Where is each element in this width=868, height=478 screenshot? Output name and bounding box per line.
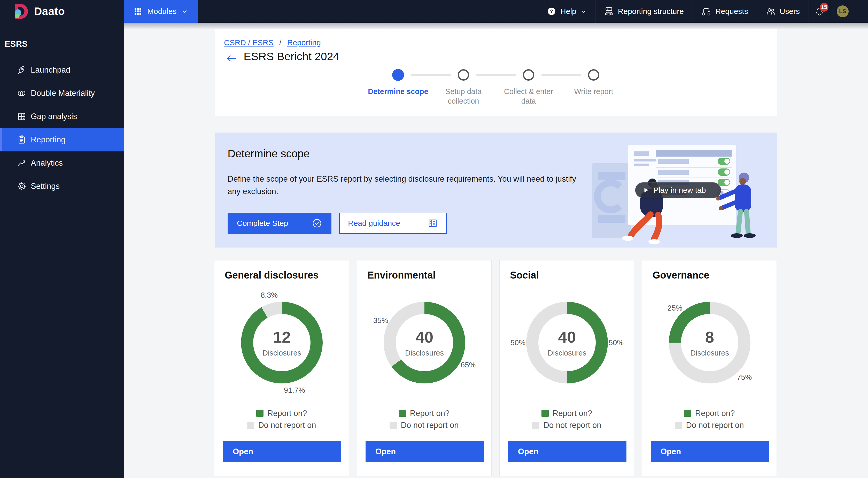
- legend-swatch: [256, 410, 264, 417]
- users-icon: [766, 7, 775, 16]
- daato-logo-icon: [14, 3, 29, 19]
- chart-line-icon: [16, 157, 27, 169]
- donut-area: 8 Disclosures 75%25%: [642, 261, 777, 405]
- slice-percent-label: 8.3%: [261, 291, 278, 299]
- donut-center: 40 Disclosures: [383, 302, 465, 383]
- topbar-end-divider: [855, 0, 868, 23]
- legend-label: Do not report on: [401, 421, 459, 430]
- sidebar-section-label: ESRS: [5, 39, 124, 49]
- sidebar-item-label: Launchpad: [31, 65, 70, 75]
- scope-panel-title: Determine scope: [227, 148, 309, 160]
- read-guidance-button[interactable]: Read guidance: [339, 213, 447, 234]
- open-button[interactable]: Open: [366, 441, 484, 462]
- legend-swatch: [247, 422, 254, 429]
- legend-swatch: [390, 422, 397, 429]
- legend-item[interactable]: Report on?: [684, 409, 735, 418]
- guidance-book-icon: [428, 218, 438, 229]
- breadcrumb-link-reporting[interactable]: Reporting: [287, 38, 321, 47]
- breadcrumb: CSRD / ESRS / Reporting: [224, 38, 321, 47]
- chevron-down-icon: [581, 8, 586, 14]
- page-title: ESRS Bericht 2024: [244, 50, 339, 63]
- donut-center-label: Disclosures: [262, 349, 301, 357]
- donut-chart: 40 Disclosures: [383, 302, 465, 383]
- legend-item[interactable]: Do not report on: [532, 421, 601, 430]
- notifications-button[interactable]: 15: [809, 0, 830, 23]
- slice-percent-label: 91.7%: [284, 386, 305, 394]
- breadcrumb-link-csrd-esrs[interactable]: CSRD / ESRS: [224, 38, 274, 47]
- step-circle-determine-scope[interactable]: [392, 69, 404, 81]
- arrow-left-icon: [226, 54, 237, 62]
- brand-logo[interactable]: Daato: [0, 0, 124, 23]
- play-in-new-tab-button[interactable]: Play in new tab: [635, 182, 721, 198]
- step-circle-write-report[interactable]: [588, 69, 599, 81]
- topbar-right: ? Help Reporting structure: [538, 0, 868, 23]
- step-label: Determine scope: [367, 87, 429, 96]
- complete-step-label: Complete Step: [237, 219, 288, 228]
- double-circles-icon: [16, 88, 27, 99]
- step-label: Write report: [563, 87, 625, 96]
- step-label: Setup data collection: [432, 87, 494, 106]
- legend-swatch: [532, 422, 539, 429]
- topbar-shadow: [124, 23, 868, 29]
- legend-item[interactable]: Report on?: [399, 409, 450, 418]
- donut-center-label: Disclosures: [405, 349, 444, 357]
- flow-arrow-icon: [702, 7, 711, 16]
- open-button[interactable]: Open: [508, 441, 626, 462]
- donut-chart: 12 Disclosures: [241, 302, 323, 383]
- legend-swatch: [684, 410, 691, 417]
- back-arrow-button[interactable]: [226, 54, 237, 64]
- sitemap-icon: [604, 7, 614, 16]
- donut-center: 40 Disclosures: [526, 302, 608, 383]
- donut-center-value: 12: [273, 328, 291, 346]
- sidebar-item-launchpad[interactable]: Launchpad: [0, 58, 124, 82]
- donut-center-value: 8: [705, 328, 714, 346]
- requests-button[interactable]: Requests: [692, 0, 757, 23]
- topbar-spacer: [197, 0, 538, 23]
- step-circle-setup-data-collection[interactable]: [458, 69, 469, 81]
- reporting-structure-button[interactable]: Reporting structure: [595, 0, 692, 23]
- scope-panel-description: Define the scope of your ESRS report by …: [227, 173, 587, 198]
- legend-item[interactable]: Report on?: [541, 409, 592, 418]
- step-circle-collect-enter-data[interactable]: [523, 69, 534, 81]
- legend-item[interactable]: Do not report on: [390, 421, 459, 430]
- reporting-structure-label: Reporting structure: [618, 7, 684, 16]
- modules-button[interactable]: Modules: [124, 0, 197, 23]
- donut-chart: 40 Disclosures: [526, 302, 608, 383]
- legend-item[interactable]: Do not report on: [247, 421, 316, 430]
- legend-item[interactable]: Report on?: [256, 409, 307, 418]
- clipboard-icon: [16, 134, 27, 146]
- sidebar-item-reporting[interactable]: Reporting: [0, 128, 124, 151]
- sidebar-item-settings[interactable]: Settings: [0, 175, 124, 198]
- sidebar-item-label: Gap analysis: [31, 112, 77, 121]
- complete-step-button[interactable]: Complete Step: [227, 213, 332, 234]
- grid-icon: [134, 7, 142, 16]
- donut-center-value: 40: [416, 328, 433, 346]
- help-menu[interactable]: ? Help: [538, 0, 595, 23]
- step-connector: [476, 74, 516, 76]
- legend: Report on?Do not report on: [214, 409, 349, 430]
- slice-percent-label: 50%: [609, 338, 624, 347]
- play-in-new-tab-label: Play in new tab: [653, 186, 706, 195]
- svg-text:?: ?: [550, 8, 553, 14]
- determine-scope-panel: Determine scope Define the scope of your…: [215, 132, 777, 247]
- open-button[interactable]: Open: [651, 441, 769, 462]
- open-button[interactable]: Open: [223, 441, 341, 462]
- donut-area: 40 Disclosures 65%35%: [357, 261, 492, 405]
- step-label: Collect & enter data: [498, 87, 560, 106]
- users-button[interactable]: Users: [757, 0, 809, 23]
- user-avatar[interactable]: LS: [830, 0, 855, 23]
- play-icon: [643, 187, 649, 193]
- donut-center-value: 40: [558, 328, 576, 346]
- avatar-initials: LS: [837, 5, 848, 17]
- sidebar-item-gap-analysis[interactable]: Gap analysis: [0, 105, 124, 128]
- sidebar-item-analytics[interactable]: Analytics: [0, 151, 124, 175]
- category-card: General disclosures 12 Disclosures 91.7%…: [214, 260, 349, 476]
- legend-item[interactable]: Do not report on: [675, 421, 744, 430]
- donut-area: 12 Disclosures 91.7%8.3%: [214, 261, 349, 405]
- donut-center-label: Disclosures: [690, 349, 729, 357]
- notification-badge: 15: [820, 3, 829, 11]
- sidebar-item-double-materiality[interactable]: Double Materiality: [0, 82, 124, 105]
- help-label: Help: [560, 7, 576, 16]
- sidebar-item-label: Double Materiality: [31, 89, 95, 98]
- step-connector: [541, 74, 581, 76]
